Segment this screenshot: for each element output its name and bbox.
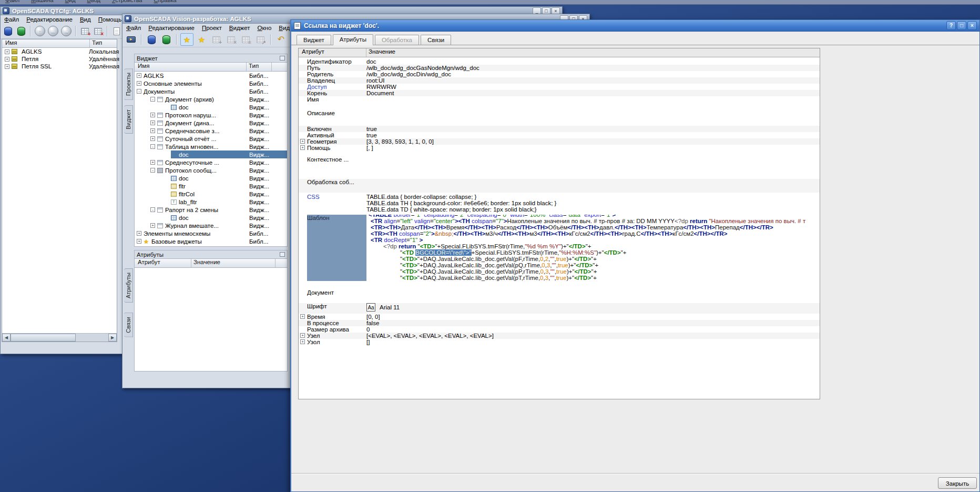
- attribute-row[interactable]: Владелецroot:UI: [299, 77, 820, 84]
- expander-icon[interactable]: -: [150, 97, 155, 102]
- db-load-icon[interactable]: [145, 33, 158, 46]
- horizontal-scrollbar[interactable]: ◀ ▶: [2, 333, 117, 342]
- column-attribute[interactable]: Атрибут: [299, 48, 366, 57]
- tree-row[interactable]: docВидж...: [135, 174, 287, 182]
- attribute-value[interactable]: [366, 96, 820, 103]
- widget-add-icon[interactable]: +: [210, 33, 223, 46]
- attribute-row[interactable]: КореньDocument: [299, 90, 820, 96]
- attribute-row[interactable]: Родитель/wlb_doc/wdg_docDin/wdg_doc: [299, 71, 820, 77]
- close-button[interactable]: Закрыть: [938, 477, 977, 489]
- expander-icon[interactable]: -: [150, 144, 155, 149]
- tab-projects[interactable]: Проекты: [124, 68, 133, 100]
- tree-row[interactable]: +Основные элементыБибл...: [135, 79, 287, 87]
- widget-tree-header[interactable]: Имя Тип: [135, 63, 287, 72]
- expander-icon[interactable]: +: [5, 64, 9, 69]
- tab-Обработка[interactable]: Обработка: [375, 35, 419, 45]
- column-type[interactable]: Тип: [90, 39, 117, 47]
- expander-icon[interactable]: +: [150, 160, 155, 165]
- tab-Связи[interactable]: Связи: [421, 35, 451, 45]
- max-icon[interactable]: □: [957, 21, 966, 30]
- attribute-value[interactable]: /wlb_doc/wdg_docGasNodeMgn/wdg_doc: [366, 65, 820, 71]
- tree-row[interactable]: +ПетляУдалённая: [2, 55, 117, 63]
- vision-menu-Редактирование[interactable]: Редактирование: [148, 25, 195, 31]
- tree-row[interactable]: -Протокол сообщ...Видж...: [135, 166, 287, 174]
- attribute-row[interactable]: Имя: [299, 96, 820, 103]
- scroll-right-icon[interactable]: ▶: [108, 334, 117, 342]
- qtcfg-menu-Вид[interactable]: Вид: [80, 16, 91, 23]
- attribute-row[interactable]: +Узол[]: [299, 339, 820, 345]
- expander-icon[interactable]: -: [150, 168, 155, 173]
- attributes-empty-area[interactable]: [135, 268, 287, 371]
- expander-icon[interactable]: +: [150, 136, 155, 141]
- scroll-track[interactable]: [76, 334, 108, 342]
- vision-menu-Окно[interactable]: Окно: [258, 25, 272, 31]
- attribute-value[interactable]: [<EVAL>, <EVAL>, <EVAL>, <EVAL>, <EVAL>]: [366, 333, 820, 339]
- nav-up-icon[interactable]: ↑: [34, 25, 46, 37]
- attribute-value[interactable]: [, ]: [366, 145, 820, 151]
- attribute-value[interactable]: doc: [366, 58, 820, 65]
- attribute-value[interactable]: TABLE.data { border-collapse: collapse; …: [366, 194, 820, 213]
- qtcfg-tree-header[interactable]: Имя Тип: [2, 39, 117, 48]
- expander-icon[interactable]: +: [5, 49, 9, 54]
- tree-row[interactable]: docВидж...: [135, 214, 287, 222]
- tree-row[interactable]: +Журнал вмешате...Видж...: [135, 222, 287, 229]
- widget-library-new-icon[interactable]: ★: [195, 33, 208, 46]
- tree-row[interactable]: fltrColВидж...: [135, 190, 287, 198]
- attribute-row[interactable]: Описание: [299, 110, 820, 123]
- nav-forward-icon[interactable]: →: [60, 25, 72, 37]
- expander-icon[interactable]: +: [300, 339, 305, 344]
- widget-props-icon[interactable]: ≡: [239, 33, 252, 46]
- dialog-titlebar[interactable]: Ссылка на виджет 'doc'. ?□×: [291, 20, 979, 32]
- tree-row[interactable]: docВидж...: [135, 150, 287, 158]
- attribute-value[interactable]: false: [366, 320, 820, 326]
- attribute-value[interactable]: AaArial 11: [366, 303, 820, 314]
- tree-row[interactable]: +Документ (дина...Видж...: [135, 119, 287, 127]
- expander-icon[interactable]: +: [5, 57, 9, 62]
- attribute-value[interactable]: []: [366, 339, 820, 345]
- attribute-value[interactable]: [366, 156, 820, 170]
- vision-menu-Виджет[interactable]: Виджет: [229, 25, 250, 31]
- tree-row[interactable]: Tlab_fltrВидж...: [135, 198, 287, 206]
- expander-icon[interactable]: +: [150, 113, 155, 117]
- attribute-row[interactable]: Идентификаторdoc: [299, 58, 820, 65]
- attribute-row[interactable]: Обработка соб...: [299, 179, 820, 193]
- template-code-editor[interactable]: <TABLE border="1" cellpadding="2" cellsp…: [366, 215, 820, 281]
- tree-row[interactable]: +Протокол наруш...Видж...: [135, 111, 287, 119]
- scroll-thumb[interactable]: [11, 334, 76, 342]
- page-icon[interactable]: [111, 25, 122, 37]
- dock-float-icon[interactable]: [280, 56, 285, 61]
- tab-Виджет[interactable]: Виджет: [297, 35, 331, 45]
- dock-float-icon[interactable]: [280, 252, 285, 257]
- tree-row[interactable]: +Петля SSLУдалённая: [2, 63, 117, 70]
- host-menu-Справка[interactable]: Справка: [154, 0, 176, 3]
- widget-library-icon[interactable]: ★: [180, 33, 193, 46]
- attribute-row[interactable]: CSSTABLE.data { border-collapse: collaps…: [299, 194, 820, 213]
- tree-row[interactable]: +Среднечасовые з...Видж...: [135, 127, 287, 135]
- attribute-value[interactable]: true: [366, 132, 820, 138]
- widget-edit-icon[interactable]: ↗: [254, 33, 267, 46]
- column-attribute[interactable]: Атрибут: [135, 259, 191, 267]
- undo-icon[interactable]: ↶: [274, 33, 288, 46]
- tab-widget[interactable]: Виджет: [124, 105, 133, 134]
- expander-icon[interactable]: +: [300, 314, 305, 319]
- tree-row[interactable]: -Документ (архив)Видж...: [135, 95, 287, 103]
- tab-links[interactable]: Связи: [124, 313, 133, 337]
- host-menu-Машина[interactable]: Машина: [31, 0, 54, 3]
- expander-icon[interactable]: +: [137, 73, 141, 78]
- attribute-row[interactable]: +Время[0, 0]: [299, 314, 820, 320]
- tree-row[interactable]: +Элементы мнемосхемыБибл...: [135, 229, 287, 237]
- tree-row[interactable]: +Суточный отчёт ...Видж...: [135, 135, 287, 143]
- attribute-row[interactable]: +Узел[<EVAL>, <EVAL>, <EVAL>, <EVAL>, <E…: [299, 333, 820, 339]
- db-load-icon[interactable]: [3, 25, 14, 37]
- attribute-row[interactable]: Шаблон<TABLE border="1" cellpadding="2" …: [299, 215, 820, 281]
- expander-icon[interactable]: +: [137, 239, 141, 244]
- qtcfg-menu-Файл[interactable]: Файл: [4, 16, 19, 23]
- column-name[interactable]: Имя: [135, 63, 247, 71]
- expander-icon[interactable]: +: [300, 145, 305, 150]
- expander-icon[interactable]: +: [150, 223, 155, 228]
- expander-icon[interactable]: +: [300, 333, 305, 338]
- tree-row[interactable]: docВидж...: [135, 103, 287, 111]
- attribute-row[interactable]: ШрифтAaArial 11: [299, 303, 820, 314]
- tree-row[interactable]: +AGLKSБибл...: [135, 72, 287, 79]
- host-menu-Устройства[interactable]: Устройства: [112, 0, 142, 3]
